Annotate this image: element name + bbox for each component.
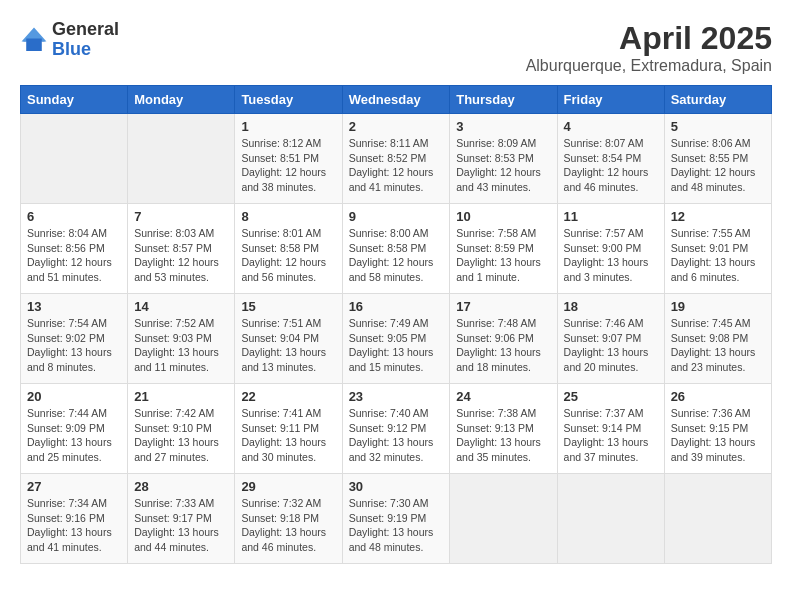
day-info: Sunrise: 7:32 AM Sunset: 9:18 PM Dayligh…	[241, 496, 335, 555]
day-info: Sunrise: 8:04 AM Sunset: 8:56 PM Dayligh…	[27, 226, 121, 285]
day-number: 9	[349, 209, 444, 224]
day-number: 3	[456, 119, 550, 134]
day-info: Sunrise: 8:12 AM Sunset: 8:51 PM Dayligh…	[241, 136, 335, 195]
day-info: Sunrise: 7:51 AM Sunset: 9:04 PM Dayligh…	[241, 316, 335, 375]
calendar-cell: 12Sunrise: 7:55 AM Sunset: 9:01 PM Dayli…	[664, 204, 771, 294]
month-title: April 2025	[526, 20, 772, 57]
day-info: Sunrise: 7:52 AM Sunset: 9:03 PM Dayligh…	[134, 316, 228, 375]
calendar-cell: 21Sunrise: 7:42 AM Sunset: 9:10 PM Dayli…	[128, 384, 235, 474]
page-header: General Blue April 2025 Alburquerque, Ex…	[20, 20, 772, 75]
calendar-cell	[128, 114, 235, 204]
day-info: Sunrise: 7:46 AM Sunset: 9:07 PM Dayligh…	[564, 316, 658, 375]
calendar-cell: 28Sunrise: 7:33 AM Sunset: 9:17 PM Dayli…	[128, 474, 235, 564]
calendar-cell	[21, 114, 128, 204]
day-info: Sunrise: 7:45 AM Sunset: 9:08 PM Dayligh…	[671, 316, 765, 375]
day-number: 15	[241, 299, 335, 314]
calendar-cell: 5Sunrise: 8:06 AM Sunset: 8:55 PM Daylig…	[664, 114, 771, 204]
weekday-header: Saturday	[664, 86, 771, 114]
weekday-header: Friday	[557, 86, 664, 114]
day-info: Sunrise: 7:38 AM Sunset: 9:13 PM Dayligh…	[456, 406, 550, 465]
calendar-cell: 18Sunrise: 7:46 AM Sunset: 9:07 PM Dayli…	[557, 294, 664, 384]
calendar-cell: 19Sunrise: 7:45 AM Sunset: 9:08 PM Dayli…	[664, 294, 771, 384]
day-info: Sunrise: 7:44 AM Sunset: 9:09 PM Dayligh…	[27, 406, 121, 465]
logo-icon	[20, 26, 48, 54]
calendar-cell: 7Sunrise: 8:03 AM Sunset: 8:57 PM Daylig…	[128, 204, 235, 294]
day-info: Sunrise: 7:40 AM Sunset: 9:12 PM Dayligh…	[349, 406, 444, 465]
day-info: Sunrise: 8:07 AM Sunset: 8:54 PM Dayligh…	[564, 136, 658, 195]
logo-text: General Blue	[52, 20, 119, 60]
day-info: Sunrise: 7:58 AM Sunset: 8:59 PM Dayligh…	[456, 226, 550, 285]
calendar-header: SundayMondayTuesdayWednesdayThursdayFrid…	[21, 86, 772, 114]
title-block: April 2025 Alburquerque, Extremadura, Sp…	[526, 20, 772, 75]
calendar-week-row: 27Sunrise: 7:34 AM Sunset: 9:16 PM Dayli…	[21, 474, 772, 564]
calendar-cell	[557, 474, 664, 564]
day-number: 30	[349, 479, 444, 494]
day-number: 2	[349, 119, 444, 134]
day-number: 14	[134, 299, 228, 314]
day-number: 26	[671, 389, 765, 404]
calendar-table: SundayMondayTuesdayWednesdayThursdayFrid…	[20, 85, 772, 564]
day-number: 11	[564, 209, 658, 224]
calendar-cell	[664, 474, 771, 564]
calendar-week-row: 1Sunrise: 8:12 AM Sunset: 8:51 PM Daylig…	[21, 114, 772, 204]
weekday-header: Sunday	[21, 86, 128, 114]
calendar-cell: 16Sunrise: 7:49 AM Sunset: 9:05 PM Dayli…	[342, 294, 450, 384]
calendar-body: 1Sunrise: 8:12 AM Sunset: 8:51 PM Daylig…	[21, 114, 772, 564]
calendar-cell: 27Sunrise: 7:34 AM Sunset: 9:16 PM Dayli…	[21, 474, 128, 564]
day-info: Sunrise: 7:41 AM Sunset: 9:11 PM Dayligh…	[241, 406, 335, 465]
day-info: Sunrise: 7:34 AM Sunset: 9:16 PM Dayligh…	[27, 496, 121, 555]
day-info: Sunrise: 8:09 AM Sunset: 8:53 PM Dayligh…	[456, 136, 550, 195]
day-number: 23	[349, 389, 444, 404]
day-info: Sunrise: 8:03 AM Sunset: 8:57 PM Dayligh…	[134, 226, 228, 285]
day-info: Sunrise: 8:06 AM Sunset: 8:55 PM Dayligh…	[671, 136, 765, 195]
day-number: 22	[241, 389, 335, 404]
day-number: 12	[671, 209, 765, 224]
calendar-cell: 20Sunrise: 7:44 AM Sunset: 9:09 PM Dayli…	[21, 384, 128, 474]
weekday-header: Tuesday	[235, 86, 342, 114]
calendar-cell: 17Sunrise: 7:48 AM Sunset: 9:06 PM Dayli…	[450, 294, 557, 384]
calendar-cell: 29Sunrise: 7:32 AM Sunset: 9:18 PM Dayli…	[235, 474, 342, 564]
day-number: 21	[134, 389, 228, 404]
calendar-week-row: 13Sunrise: 7:54 AM Sunset: 9:02 PM Dayli…	[21, 294, 772, 384]
day-number: 6	[27, 209, 121, 224]
day-number: 28	[134, 479, 228, 494]
day-info: Sunrise: 7:33 AM Sunset: 9:17 PM Dayligh…	[134, 496, 228, 555]
day-info: Sunrise: 7:49 AM Sunset: 9:05 PM Dayligh…	[349, 316, 444, 375]
calendar-cell: 22Sunrise: 7:41 AM Sunset: 9:11 PM Dayli…	[235, 384, 342, 474]
day-info: Sunrise: 7:37 AM Sunset: 9:14 PM Dayligh…	[564, 406, 658, 465]
weekday-header: Thursday	[450, 86, 557, 114]
calendar-cell: 24Sunrise: 7:38 AM Sunset: 9:13 PM Dayli…	[450, 384, 557, 474]
day-info: Sunrise: 7:48 AM Sunset: 9:06 PM Dayligh…	[456, 316, 550, 375]
calendar-cell: 8Sunrise: 8:01 AM Sunset: 8:58 PM Daylig…	[235, 204, 342, 294]
calendar-cell: 15Sunrise: 7:51 AM Sunset: 9:04 PM Dayli…	[235, 294, 342, 384]
day-number: 18	[564, 299, 658, 314]
day-info: Sunrise: 7:42 AM Sunset: 9:10 PM Dayligh…	[134, 406, 228, 465]
calendar-cell: 23Sunrise: 7:40 AM Sunset: 9:12 PM Dayli…	[342, 384, 450, 474]
day-info: Sunrise: 8:00 AM Sunset: 8:58 PM Dayligh…	[349, 226, 444, 285]
day-number: 24	[456, 389, 550, 404]
day-number: 4	[564, 119, 658, 134]
calendar-cell: 30Sunrise: 7:30 AM Sunset: 9:19 PM Dayli…	[342, 474, 450, 564]
calendar-cell: 25Sunrise: 7:37 AM Sunset: 9:14 PM Dayli…	[557, 384, 664, 474]
calendar-cell: 11Sunrise: 7:57 AM Sunset: 9:00 PM Dayli…	[557, 204, 664, 294]
day-number: 20	[27, 389, 121, 404]
day-number: 17	[456, 299, 550, 314]
weekday-header: Monday	[128, 86, 235, 114]
calendar-cell	[450, 474, 557, 564]
calendar-cell: 9Sunrise: 8:00 AM Sunset: 8:58 PM Daylig…	[342, 204, 450, 294]
calendar-week-row: 6Sunrise: 8:04 AM Sunset: 8:56 PM Daylig…	[21, 204, 772, 294]
day-info: Sunrise: 7:57 AM Sunset: 9:00 PM Dayligh…	[564, 226, 658, 285]
weekday-header: Wednesday	[342, 86, 450, 114]
day-number: 5	[671, 119, 765, 134]
calendar-cell: 3Sunrise: 8:09 AM Sunset: 8:53 PM Daylig…	[450, 114, 557, 204]
calendar-cell: 10Sunrise: 7:58 AM Sunset: 8:59 PM Dayli…	[450, 204, 557, 294]
day-info: Sunrise: 7:30 AM Sunset: 9:19 PM Dayligh…	[349, 496, 444, 555]
day-info: Sunrise: 7:54 AM Sunset: 9:02 PM Dayligh…	[27, 316, 121, 375]
day-info: Sunrise: 8:01 AM Sunset: 8:58 PM Dayligh…	[241, 226, 335, 285]
calendar-cell: 4Sunrise: 8:07 AM Sunset: 8:54 PM Daylig…	[557, 114, 664, 204]
calendar-cell: 1Sunrise: 8:12 AM Sunset: 8:51 PM Daylig…	[235, 114, 342, 204]
calendar-week-row: 20Sunrise: 7:44 AM Sunset: 9:09 PM Dayli…	[21, 384, 772, 474]
calendar-cell: 13Sunrise: 7:54 AM Sunset: 9:02 PM Dayli…	[21, 294, 128, 384]
day-number: 10	[456, 209, 550, 224]
day-number: 8	[241, 209, 335, 224]
